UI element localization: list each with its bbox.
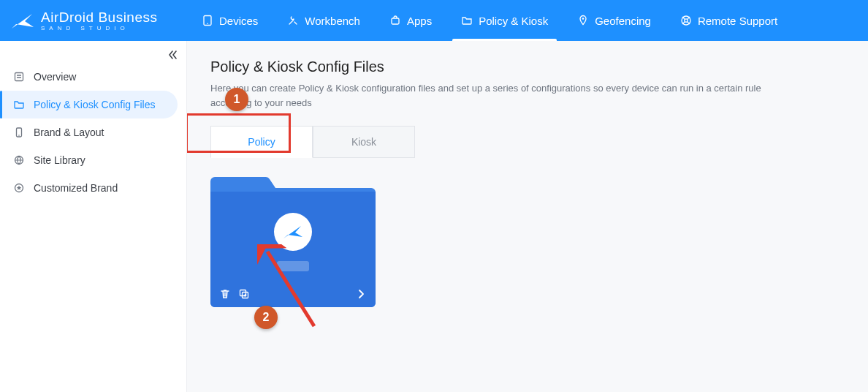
svg-point-3 [582,18,585,20]
open-button[interactable] [355,288,367,300]
nav-policy-kiosk-label: Policy & Kiosk [479,15,548,27]
sidebar-item-label: Overview [34,71,76,83]
subtab-kiosk[interactable]: Kiosk [313,126,415,158]
nav-remote-support-label: Remote Support [698,15,777,27]
nav-policy-kiosk[interactable]: Policy & Kiosk [446,0,563,41]
airdroid-plane-icon [282,222,304,241]
phone-icon [13,127,25,138]
policy-config-card[interactable] [210,177,376,307]
subtabs: Policy Kiosk [210,126,845,158]
main-layout: Overview Policy & Kiosk Config Files Bra… [0,41,868,392]
annotation-step-1: 1 [225,88,248,111]
sidebar-item-label: Customized Brand [34,182,118,194]
sidebar-item-brand-layout[interactable]: Brand & Layout [0,118,178,146]
sidebar-item-label: Brand & Layout [34,127,104,138]
sidebar-list: Overview Policy & Kiosk Config Files Bra… [0,63,186,202]
content: Policy & Kiosk Config Files Here you can… [187,41,868,392]
chevron-right-icon [355,288,367,300]
sidebar-item-label: Site Library [34,154,85,166]
nav-workbench-label: Workbench [305,15,360,27]
top-nav: Devices Workbench Apps Policy & Kiosk Ge… [187,0,792,41]
duplicate-button[interactable] [238,288,250,300]
nav-remote-support[interactable]: Remote Support [666,0,792,41]
tablet-icon [202,15,213,26]
nav-devices[interactable]: Devices [187,0,273,41]
sidebar-item-custom-brand[interactable]: Customized Brand [0,174,178,202]
brand-logo-icon [10,10,35,31]
nav-apps-label: Apps [407,15,432,27]
page-title: Policy & Kiosk Config Files [210,59,845,75]
tools-icon [287,15,299,26]
subtab-kiosk-label: Kiosk [351,136,376,148]
svg-rect-2 [392,18,399,24]
chevrons-left-icon [166,48,179,61]
folder-icon [461,15,473,26]
nav-devices-label: Devices [219,15,258,27]
nav-geofencing-label: Geofencing [595,15,651,27]
sidebar: Overview Policy & Kiosk Config Files Bra… [0,41,187,392]
subtab-policy[interactable]: Policy [210,126,313,158]
delete-button[interactable] [219,288,231,300]
folder-icon [13,99,25,110]
overview-icon [13,71,25,83]
trash-icon [219,288,231,300]
sidebar-item-site-library[interactable]: Site Library [0,146,178,174]
brand[interactable]: AirDroid Business SAND STUDIO [0,10,187,31]
star-circle-icon [13,182,25,194]
location-icon [577,15,589,26]
svg-rect-6 [15,73,23,81]
duplicate-plus-icon [238,288,250,300]
card-name-blurred [277,261,309,271]
subtab-policy-label: Policy [248,136,275,148]
card-footer [210,281,376,307]
brand-text: AirDroid Business SAND STUDIO [41,10,158,31]
bag-icon [389,15,401,26]
topbar: AirDroid Business SAND STUDIO Devices Wo… [0,0,868,41]
lifebuoy-icon [680,15,692,26]
svg-point-8 [18,135,20,136]
nav-apps[interactable]: Apps [375,0,446,41]
sidebar-item-overview[interactable]: Overview [0,63,178,91]
nav-workbench[interactable]: Workbench [273,0,375,41]
sidebar-item-config[interactable]: Policy & Kiosk Config Files [0,91,178,118]
sidebar-item-label: Policy & Kiosk Config Files [34,99,156,110]
page-desc: Here you can create Policy & Kiosk confi… [210,81,795,110]
svg-point-1 [207,23,208,24]
globe-icon [13,154,25,166]
nav-geofencing[interactable]: Geofencing [563,0,666,41]
brand-title: AirDroid Business [41,10,158,24]
annotation-step-2: 2 [254,306,278,329]
svg-point-5 [685,19,688,22]
brand-subtitle: SAND STUDIO [41,26,158,31]
card-logo-disc [274,213,312,251]
collapse-sidebar-button[interactable] [166,48,179,61]
